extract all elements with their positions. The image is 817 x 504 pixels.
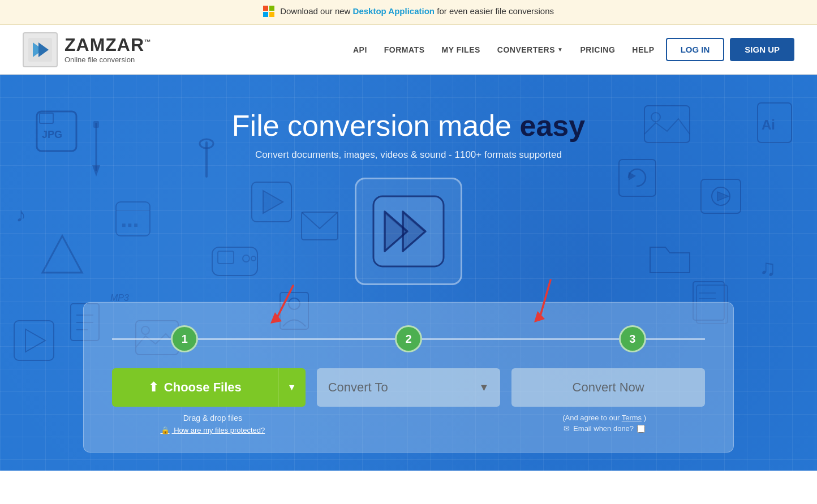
- banner-text-after: for even easier file conversions: [437, 6, 554, 16]
- nav-api[interactable]: API: [353, 45, 367, 54]
- svg-marker-60: [534, 311, 545, 322]
- top-banner: Download our new Desktop Application for…: [0, 0, 817, 25]
- jpg-doodle-icon: JPG: [34, 109, 79, 156]
- red-arrow-2: [525, 277, 559, 328]
- steps-container: 1 2 3: [112, 325, 705, 352]
- svg-text:Ai: Ai: [762, 117, 775, 132]
- terms-link[interactable]: Terms: [622, 413, 642, 422]
- svg-rect-38: [701, 179, 741, 213]
- hero-section: JPG ♪: [0, 75, 817, 471]
- convert-to-button[interactable]: Convert To ▼: [317, 368, 501, 407]
- nav-pricing[interactable]: PRICING: [580, 45, 615, 54]
- nav-my-files[interactable]: MY FILES: [442, 45, 480, 54]
- svg-marker-16: [25, 329, 45, 352]
- logo-icon: [23, 32, 58, 67]
- svg-rect-25: [302, 212, 338, 240]
- svg-rect-32: [644, 106, 690, 143]
- svg-rect-46: [116, 202, 150, 236]
- svg-text:♪: ♪: [16, 203, 26, 226]
- triangle-doodle-icon: [40, 233, 85, 281]
- ai-doodle-icon: Ai: [755, 100, 794, 148]
- svg-rect-0: [263, 6, 268, 11]
- buttons-row: ⬆ Choose Files ▼ Convert To ▼ Convert No…: [112, 368, 705, 407]
- logo-text-area: ZAMZAR™ Online file conversion: [64, 35, 152, 63]
- svg-marker-11: [92, 165, 100, 176]
- folder-doodle-icon: [647, 239, 693, 281]
- step-1-circle: 1: [171, 325, 198, 352]
- svg-text:■ ■ ■: ■ ■ ■: [122, 221, 137, 229]
- svg-point-29: [251, 256, 256, 261]
- svg-text:♫: ♫: [759, 255, 776, 280]
- signup-button[interactable]: SIGN UP: [730, 38, 794, 61]
- center-logo-box: [355, 178, 462, 285]
- below-choose-area: Drag & drop files 🔒 How are my files pro…: [112, 413, 313, 435]
- nav-formats[interactable]: FORMATS: [384, 45, 425, 54]
- step-line-1: [198, 338, 395, 340]
- email-icon: ✉: [564, 424, 570, 433]
- svg-rect-1: [269, 6, 274, 11]
- envelope-doodle-icon: [300, 210, 339, 244]
- hero-title-bold: easy: [520, 109, 586, 142]
- step-line-3: [646, 338, 705, 340]
- image-doodle-icon: [642, 103, 693, 150]
- nav-converters[interactable]: CONVERTERS ▼: [497, 45, 564, 54]
- step-line-2: [422, 338, 619, 340]
- below-buttons-row: Drag & drop files 🔒 How are my files pro…: [112, 413, 705, 435]
- svg-text:MP3: MP3: [110, 293, 129, 303]
- logo-tagline: Online file conversion: [64, 55, 152, 64]
- banner-link[interactable]: Desktop Application: [353, 6, 435, 16]
- svg-marker-37: [629, 172, 636, 180]
- file-protection-link[interactable]: 🔒 How are my files protected?: [161, 426, 265, 434]
- choose-files-caret[interactable]: ▼: [278, 382, 306, 393]
- below-convertnow-area: (And agree to our Terms ) ✉ Email when d…: [504, 413, 705, 435]
- svg-rect-15: [14, 321, 54, 360]
- play-doodle-icon: [11, 318, 57, 365]
- svg-rect-34: [758, 103, 792, 143]
- steps-row: 1 2 3: [112, 325, 705, 352]
- login-button[interactable]: LOG IN: [666, 38, 725, 61]
- email-row: ✉ Email when done?: [504, 424, 705, 433]
- game-doodle-icon: [209, 239, 260, 283]
- caret-down-icon: ▼: [287, 382, 296, 393]
- video-doodle-icon: [698, 176, 743, 221]
- banner-text-before: Download our new: [280, 6, 352, 16]
- svg-marker-24: [263, 191, 283, 213]
- nav-help[interactable]: HELP: [632, 45, 654, 54]
- svg-rect-26: [212, 247, 257, 275]
- logo-name: ZAMZAR™: [64, 35, 152, 55]
- svg-rect-27: [218, 251, 234, 264]
- pencil-doodle-icon: [88, 120, 105, 179]
- svg-rect-3: [269, 12, 274, 17]
- svg-marker-40: [717, 192, 729, 201]
- lock-icon: 🔒: [161, 426, 170, 434]
- step-3-circle: 3: [619, 325, 646, 352]
- music2-doodle-icon: ♫: [758, 250, 789, 283]
- agree-text-row: (And agree to our Terms ): [504, 413, 705, 422]
- convert-to-label: Convert To: [328, 380, 388, 395]
- dots-doodle-icon: ■ ■ ■: [113, 199, 153, 241]
- svg-rect-9: [40, 113, 53, 123]
- svg-text:JPG: JPG: [42, 129, 62, 140]
- converters-caret-icon: ▼: [557, 46, 563, 53]
- play2-doodle-icon: [249, 179, 294, 227]
- svg-rect-7: [37, 111, 76, 151]
- drag-drop-text: Drag & drop files: [112, 413, 313, 423]
- svg-rect-2: [263, 12, 268, 17]
- choose-files-label: Choose Files: [164, 380, 242, 395]
- red-arrow-1: [265, 283, 299, 328]
- logo[interactable]: ZAMZAR™ Online file conversion: [23, 32, 152, 67]
- file-protection-text: How are my files protected?: [174, 426, 265, 434]
- svg-point-28: [243, 255, 250, 262]
- wrench-doodle-icon: [192, 137, 221, 184]
- email-when-done-label: Email when done?: [573, 424, 634, 433]
- convert-now-label: Convert Now: [573, 380, 644, 395]
- center-logo: [355, 178, 462, 285]
- agree-end: ): [644, 413, 646, 422]
- agree-text: (And agree to our: [562, 413, 622, 422]
- converter-panel: 1 2 3 ⬆ Choose Files ▼: [83, 302, 734, 453]
- choose-files-button[interactable]: ⬆ Choose Files ▼: [112, 368, 306, 407]
- svg-point-33: [651, 113, 660, 122]
- email-checkbox[interactable]: [637, 425, 645, 433]
- convert-now-button[interactable]: Convert Now: [511, 368, 705, 407]
- refresh-doodle-icon: [616, 157, 659, 201]
